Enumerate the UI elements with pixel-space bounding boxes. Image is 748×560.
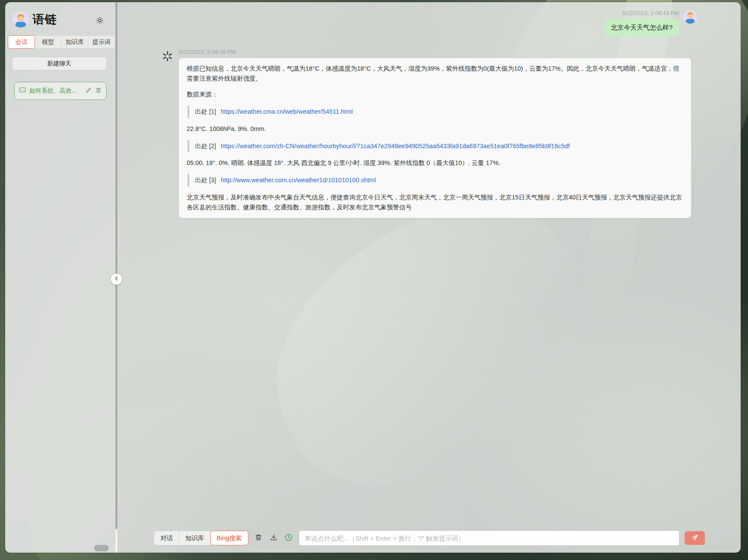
send-button[interactable] xyxy=(685,531,705,545)
app-title: 语链 xyxy=(33,12,57,27)
message-input[interactable] xyxy=(299,531,679,545)
chat-bubble-icon xyxy=(19,87,26,95)
download-icon xyxy=(270,534,278,543)
assistant-paragraph: 根据已知信息，北京今天天气晴朗，气温为18°C，体感温度为18°C，大风天气，湿… xyxy=(187,64,683,84)
edit-icon[interactable] xyxy=(85,87,92,95)
sidebar: 语链 会话 模型 知识库 提示词 新建聊天 xyxy=(5,2,116,553)
assistant-message-timestamp: 5/22/2023, 2:09:08 PM xyxy=(179,49,236,55)
app-avatar xyxy=(13,11,29,28)
paper-plane-icon xyxy=(691,534,699,543)
citation-link[interactable]: http://www.weather.com.cn/weather1d/1010… xyxy=(221,177,376,184)
export-button[interactable] xyxy=(269,533,279,543)
citation-label: 出处 [2] xyxy=(195,143,216,149)
citation-3: 出处 [3] http://www.weather.com.cn/weather… xyxy=(188,174,683,187)
citation-note: 北京天气预报，及时准确发布中央气象台天气信息，便捷查询北京今日天气，北京周末天气… xyxy=(187,193,683,212)
app-window: 语链 会话 模型 知识库 提示词 新建聊天 xyxy=(5,2,741,553)
tab-conversations[interactable]: 会话 xyxy=(8,35,35,49)
new-chat-button[interactable]: 新建聊天 xyxy=(12,57,106,70)
sources-label: 数据来源： xyxy=(187,90,683,100)
user-message-row: 5/22/2023, 2:08:43 PM 北京今天天气怎么样? xyxy=(604,10,697,36)
sidebar-tabs: 会话 模型 知识库 提示词 xyxy=(8,35,115,49)
user-message-bubble: 北京今天天气怎么样? xyxy=(604,19,679,36)
history-clock-icon xyxy=(285,533,293,543)
citation-link[interactable]: https://weather.com/zh-CN/weather/hourby… xyxy=(221,143,570,149)
mode-knowledge-base[interactable]: 知识库 xyxy=(179,531,211,545)
history-button[interactable] xyxy=(284,533,294,543)
composer-mode-switch: 对话 知识库 Bing搜索 xyxy=(154,531,248,545)
citation-link[interactable]: https://weather.cma.cn/web/weather/54511… xyxy=(221,108,353,115)
chat-item-title: 如何系统、高效... xyxy=(29,87,82,95)
tab-knowledge-base[interactable]: 知识库 xyxy=(62,36,88,48)
user-message-timestamp: 5/22/2023, 2:08:43 PM xyxy=(622,10,679,16)
citation-note: 22.8°C. 1006hPa. 9%. 0mm. xyxy=(187,124,683,134)
composer: 对话 知识库 Bing搜索 xyxy=(154,531,705,545)
chat-list-item[interactable]: 如何系统、高效... xyxy=(14,82,106,100)
citation-note: 05:00. 18°. 0%. 晴朗. 体感温度 18°. 大风 西北偏北 9 … xyxy=(187,158,683,168)
user-avatar xyxy=(683,10,697,24)
assistant-message-bubble: 根据已知信息，北京今天天气晴朗，气温为18°C，体感温度为18°C，大风天气，湿… xyxy=(179,58,691,218)
citation-2: 出处 [2] https://weather.com/zh-CN/weather… xyxy=(188,140,683,152)
tab-models[interactable]: 模型 xyxy=(35,36,62,48)
delete-icon[interactable] xyxy=(95,87,102,95)
citation-1: 出处 [1] https://weather.cma.cn/web/weathe… xyxy=(188,106,683,118)
tab-prompts[interactable]: 提示词 xyxy=(88,36,115,48)
assistant-message-row: 5/22/2023, 2:09:08 PM 根据已知信息，北京今天天气晴朗，气温… xyxy=(162,49,691,218)
clear-conversation-button[interactable] xyxy=(254,533,263,543)
settings-gear-icon[interactable] xyxy=(96,16,104,25)
mode-bing-search[interactable]: Bing搜索 xyxy=(210,531,248,545)
citation-label: 出处 [1] xyxy=(195,108,216,115)
chat-area: 5/22/2023, 2:08:43 PM 北京今天天气怎么样? xyxy=(117,2,741,553)
trash-icon xyxy=(255,534,262,542)
mode-chat[interactable]: 对话 xyxy=(154,531,179,545)
sidebar-scrollbar-thumb[interactable] xyxy=(94,545,109,551)
screen: 语链 会话 模型 知识库 提示词 新建聊天 xyxy=(0,0,748,560)
citation-label: 出处 [3] xyxy=(195,177,216,184)
openai-logo-icon xyxy=(162,50,173,62)
